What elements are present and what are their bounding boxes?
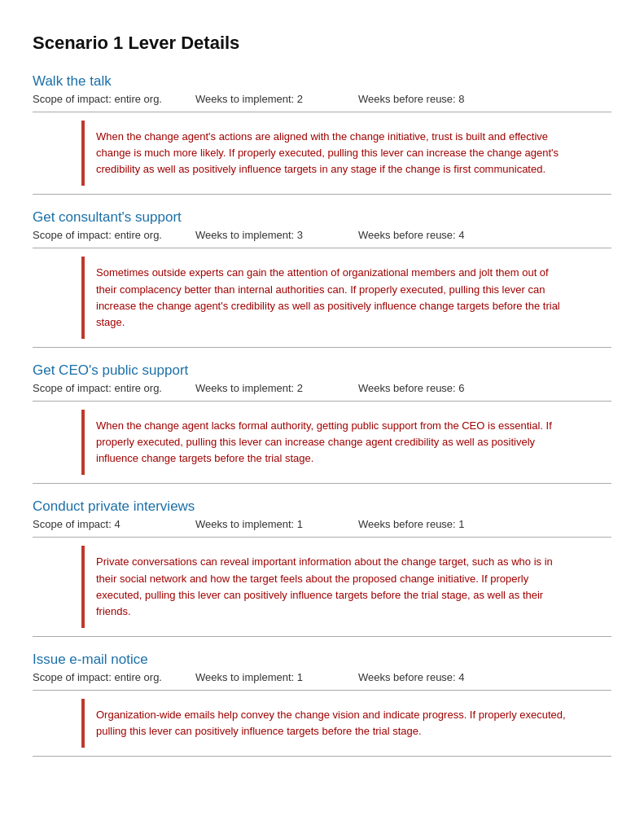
lever-divider-top-get-ceo-public-support bbox=[33, 401, 611, 402]
lever-divider-bottom-walk-the-talk bbox=[33, 194, 611, 195]
lever-scope-walk-the-talk: Scope of impact: entire org. bbox=[33, 93, 195, 105]
lever-divider-bottom-issue-email-notice bbox=[33, 756, 611, 757]
lever-weeks-reuse-get-ceo-public-support: Weeks before reuse: 6 bbox=[358, 382, 521, 394]
lever-description-text-get-ceo-public-support: When the change agent lacks formal autho… bbox=[96, 418, 567, 467]
lever-description-text-walk-the-talk: When the change agent's actions are alig… bbox=[96, 129, 567, 178]
lever-name-get-ceo-public-support: Get CEO's public support bbox=[33, 362, 611, 379]
lever-description-block-conduct-private-interviews: Private conversations can reveal importa… bbox=[81, 546, 579, 628]
lever-divider-top-issue-email-notice bbox=[33, 690, 611, 691]
lever-divider-bottom-conduct-private-interviews bbox=[33, 636, 611, 637]
lever-weeks-reuse-get-consultants-support: Weeks before reuse: 4 bbox=[358, 229, 521, 241]
lever-scope-get-ceo-public-support: Scope of impact: entire org. bbox=[33, 382, 195, 394]
lever-name-issue-email-notice: Issue e-mail notice bbox=[33, 652, 611, 668]
lever-scope-get-consultants-support: Scope of impact: entire org. bbox=[33, 229, 195, 241]
lever-description-block-issue-email-notice: Organization-wide emails help convey the… bbox=[81, 699, 579, 748]
lever-meta-conduct-private-interviews: Scope of impact: 4 Weeks to implement: 1… bbox=[33, 518, 611, 530]
page-title: Scenario 1 Lever Details bbox=[33, 33, 611, 54]
lever-description-block-get-ceo-public-support: When the change agent lacks formal autho… bbox=[81, 410, 579, 475]
lever-meta-get-ceo-public-support: Scope of impact: entire org. Weeks to im… bbox=[33, 382, 611, 394]
lever-meta-get-consultants-support: Scope of impact: entire org. Weeks to im… bbox=[33, 229, 611, 241]
lever-name-walk-the-talk: Walk the talk bbox=[33, 73, 611, 90]
lever-section-get-consultants-support: Get consultant's support Scope of impact… bbox=[33, 209, 611, 348]
levers-container: Walk the talk Scope of impact: entire or… bbox=[33, 73, 611, 757]
lever-divider-bottom-get-consultants-support bbox=[33, 347, 611, 348]
lever-meta-walk-the-talk: Scope of impact: entire org. Weeks to im… bbox=[33, 93, 611, 105]
lever-scope-issue-email-notice: Scope of impact: entire org. bbox=[33, 671, 195, 683]
lever-scope-conduct-private-interviews: Scope of impact: 4 bbox=[33, 518, 195, 530]
lever-weeks-implement-get-ceo-public-support: Weeks to implement: 2 bbox=[195, 382, 358, 394]
lever-meta-issue-email-notice: Scope of impact: entire org. Weeks to im… bbox=[33, 671, 611, 683]
lever-description-block-walk-the-talk: When the change agent's actions are alig… bbox=[81, 121, 579, 186]
lever-weeks-implement-issue-email-notice: Weeks to implement: 1 bbox=[195, 671, 358, 683]
lever-section-walk-the-talk: Walk the talk Scope of impact: entire or… bbox=[33, 73, 611, 195]
lever-weeks-reuse-walk-the-talk: Weeks before reuse: 8 bbox=[358, 93, 521, 105]
lever-weeks-implement-conduct-private-interviews: Weeks to implement: 1 bbox=[195, 518, 358, 530]
lever-divider-top-walk-the-talk bbox=[33, 112, 611, 112]
lever-weeks-implement-walk-the-talk: Weeks to implement: 2 bbox=[195, 93, 358, 105]
lever-name-conduct-private-interviews: Conduct private interviews bbox=[33, 498, 611, 515]
lever-description-text-get-consultants-support: Sometimes outside experts can gain the a… bbox=[96, 265, 567, 331]
lever-description-block-get-consultants-support: Sometimes outside experts can gain the a… bbox=[81, 257, 579, 339]
lever-weeks-reuse-conduct-private-interviews: Weeks before reuse: 1 bbox=[358, 518, 521, 530]
lever-weeks-reuse-issue-email-notice: Weeks before reuse: 4 bbox=[358, 671, 521, 683]
lever-weeks-implement-get-consultants-support: Weeks to implement: 3 bbox=[195, 229, 358, 241]
lever-divider-bottom-get-ceo-public-support bbox=[33, 483, 611, 484]
lever-description-text-conduct-private-interviews: Private conversations can reveal importa… bbox=[96, 554, 567, 620]
lever-divider-top-conduct-private-interviews bbox=[33, 537, 611, 538]
lever-section-conduct-private-interviews: Conduct private interviews Scope of impa… bbox=[33, 498, 611, 637]
lever-name-get-consultants-support: Get consultant's support bbox=[33, 209, 611, 226]
lever-divider-top-get-consultants-support bbox=[33, 248, 611, 248]
lever-description-text-issue-email-notice: Organization-wide emails help convey the… bbox=[96, 707, 567, 740]
lever-section-get-ceo-public-support: Get CEO's public support Scope of impact… bbox=[33, 362, 611, 484]
lever-section-issue-email-notice: Issue e-mail notice Scope of impact: ent… bbox=[33, 652, 611, 757]
